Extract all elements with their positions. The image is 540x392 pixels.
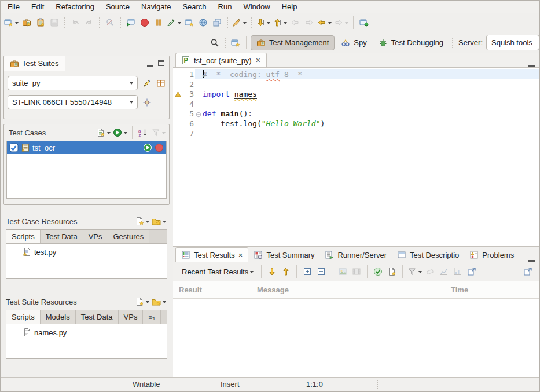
chevron-down-icon[interactable] — [418, 271, 422, 275]
filter-button[interactable] — [150, 125, 167, 140]
tab-test-results[interactable]: Test Results× — [175, 247, 248, 262]
new-editor-button[interactable] — [182, 15, 196, 30]
chevron-down-icon[interactable] — [163, 221, 166, 225]
screenshot-button[interactable] — [336, 264, 350, 279]
code-text[interactable]: import names — [203, 89, 539, 99]
tcr-tab-gestures[interactable]: Gestures — [108, 230, 150, 243]
server-combo[interactable]: Squish tools — [486, 35, 539, 50]
fold-minus-icon[interactable] — [195, 109, 203, 119]
clone-window-button[interactable] — [210, 15, 224, 30]
code-line[interactable]: 1# -*- coding: utf-8 -*- — [173, 69, 539, 79]
column-header-result[interactable]: Result — [173, 281, 251, 298]
code-text[interactable] — [203, 99, 539, 109]
chevron-down-icon[interactable] — [163, 301, 166, 305]
new-wizard-button[interactable] — [3, 15, 20, 30]
video-button[interactable] — [350, 264, 363, 279]
step-return-button[interactable] — [271, 15, 288, 30]
tab-test-descriptio[interactable]: Test Descriptio — [392, 248, 464, 262]
stop-red-icon[interactable] — [155, 143, 164, 152]
record-button[interactable] — [138, 15, 152, 30]
play-green-icon[interactable] — [143, 143, 152, 152]
new-testcase-button[interactable] — [95, 125, 112, 140]
tcr-tab-vps[interactable]: VPs — [83, 230, 108, 243]
menu-navigate[interactable]: Navigate — [135, 1, 177, 12]
tab-problems[interactable]: Problems — [464, 248, 519, 262]
file-item[interactable]: test.py — [10, 247, 163, 257]
forward-history-button[interactable] — [302, 15, 316, 30]
step-into-button[interactable] — [255, 15, 271, 30]
undo-button[interactable] — [68, 15, 82, 30]
filter-button[interactable] — [406, 264, 423, 279]
code-line[interactable]: 4 — [173, 99, 539, 109]
code-editor[interactable]: 1# -*- coding: utf-8 -*-23import names45… — [173, 68, 539, 246]
inspect-button[interactable] — [103, 15, 117, 30]
chevron-down-icon[interactable] — [124, 132, 127, 136]
minimize-icon[interactable] — [528, 260, 535, 262]
recent-results-combo[interactable]: Recent Test Results — [178, 266, 258, 278]
chevron-down-icon[interactable] — [107, 132, 111, 136]
open-external-button[interactable] — [465, 264, 479, 279]
tsr-tab-test-data[interactable]: Test Data — [76, 310, 119, 324]
collapse-all-button[interactable] — [314, 264, 328, 279]
toolbar-handle[interactable] — [225, 38, 226, 48]
tsr-tab-models[interactable]: Models — [41, 310, 76, 324]
tab-runner-server[interactable]: Runner/Server — [319, 248, 392, 262]
minimize-icon[interactable] — [147, 65, 153, 67]
code-text[interactable] — [203, 129, 539, 138]
tab-test-summary[interactable]: Test Summary — [248, 248, 319, 262]
code-text[interactable]: # -*- coding: utf-8 -*- — [203, 69, 539, 79]
aut-config-icon[interactable] — [142, 98, 152, 107]
toolbar-handle[interactable] — [64, 17, 65, 28]
redo-button[interactable] — [82, 15, 96, 30]
code-line[interactable]: 5def main(): — [173, 109, 539, 119]
tsr-tab-vps[interactable]: VPs — [119, 310, 144, 324]
sort-az-button[interactable]: az — [136, 125, 150, 140]
menu-edit[interactable]: Edit — [25, 1, 50, 12]
new-folder-button[interactable] — [150, 214, 167, 229]
expand-all-button[interactable] — [300, 264, 314, 279]
run-tests-button[interactable] — [112, 125, 128, 140]
new-file-button[interactable] — [134, 214, 150, 229]
toolbar-handle[interactable] — [120, 17, 121, 28]
close-icon[interactable]: × — [255, 57, 261, 63]
maximize-icon[interactable] — [158, 60, 164, 66]
perspective-test-management[interactable]: Test Management — [251, 35, 335, 50]
toolbar-handle[interactable] — [452, 38, 453, 48]
chevron-down-icon[interactable] — [162, 132, 166, 136]
arrow-up-button[interactable] — [279, 264, 293, 279]
open-perspective-button[interactable] — [229, 35, 243, 50]
open-external-button[interactable] — [521, 264, 535, 279]
chevron-down-icon[interactable] — [178, 22, 181, 26]
chevron-down-icon[interactable] — [284, 22, 287, 26]
back-history-button[interactable] — [288, 15, 302, 30]
suite-select-combo[interactable]: suite_py — [8, 76, 138, 90]
toolbar-handle[interactable] — [99, 17, 100, 28]
column-header-message[interactable]: Message — [251, 281, 445, 298]
chevron-down-icon[interactable] — [345, 22, 348, 26]
tsr-tab--[interactable]: »₁ — [143, 310, 161, 324]
open-browser-button[interactable] — [196, 15, 210, 30]
new-report-button[interactable] — [385, 264, 399, 279]
chevron-down-icon[interactable] — [146, 301, 149, 305]
results-content[interactable] — [173, 299, 539, 377]
code-text[interactable]: test.log("Hello World") — [203, 119, 539, 129]
column-header-time[interactable]: Time — [445, 281, 539, 298]
toolbar-handle[interactable] — [227, 17, 228, 28]
chevron-down-icon[interactable] — [267, 22, 270, 26]
close-icon[interactable]: × — [238, 251, 243, 259]
object-picker-button[interactable] — [166, 15, 182, 30]
tab-tst-ocr-editor[interactable]: P tst_ocr (suite_py) × — [175, 53, 267, 67]
menu-run[interactable]: Run — [212, 1, 238, 12]
pause-button[interactable] — [152, 15, 166, 30]
code-text[interactable] — [203, 79, 539, 89]
menu-refactoring[interactable]: Refactoring — [50, 1, 100, 12]
forward-button[interactable] — [333, 15, 350, 30]
file-item[interactable]: names.py — [10, 328, 163, 337]
pin-editor-button[interactable] — [357, 15, 371, 30]
clear-button[interactable] — [423, 264, 437, 279]
export-report-button[interactable] — [437, 264, 451, 279]
new-test-suite-button[interactable] — [20, 15, 34, 30]
menu-search[interactable]: Search — [177, 1, 212, 12]
chevron-down-icon[interactable] — [328, 22, 332, 26]
edit-objectmap-icon[interactable] — [142, 79, 152, 88]
